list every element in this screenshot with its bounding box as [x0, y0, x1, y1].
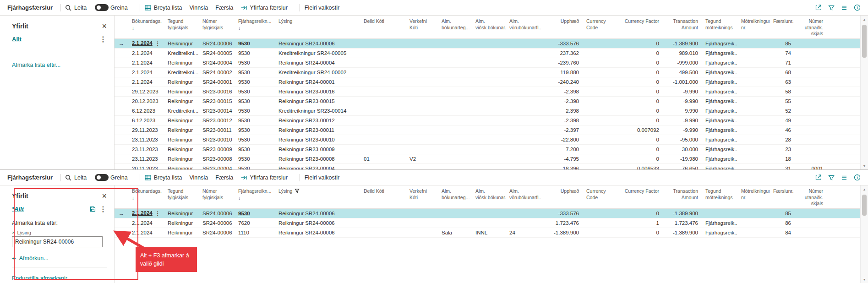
table-cell[interactable]: [472, 144, 506, 154]
table-cell[interactable]: 29.11.2023: [128, 125, 164, 135]
table-cell[interactable]: [360, 87, 406, 96]
table-cell[interactable]: [506, 96, 541, 106]
table-cell[interactable]: -22.800: [541, 135, 583, 144]
table-cell[interactable]: 9530: [235, 48, 275, 58]
table-cell[interactable]: [583, 38, 619, 48]
column-header[interactable]: Númer fylgiskjals: [199, 16, 235, 38]
table-cell[interactable]: [472, 115, 506, 125]
search-button[interactable]: Leita: [65, 5, 87, 11]
view-more-icon[interactable]: ⋮: [99, 35, 107, 44]
column-header[interactable]: Tegund fylgiskjals: [164, 185, 199, 208]
table-cell[interactable]: 24: [506, 228, 541, 237]
table-cell[interactable]: SR24-00006: [199, 38, 235, 48]
column-header[interactable]: Fjárhagsreikn...↓: [235, 185, 275, 208]
table-row[interactable]: 2.1.2024ReikningurSR24-000067620Reikning…: [115, 218, 860, 228]
table-cell[interactable]: [406, 87, 438, 96]
table-cell[interactable]: 46: [770, 125, 795, 135]
table-cell[interactable]: 9530: [235, 163, 275, 169]
table-cell[interactable]: [737, 228, 770, 237]
table-cell[interactable]: [506, 77, 541, 87]
table-cell[interactable]: 0: [619, 77, 663, 87]
remove-filter-icon[interactable]: ×: [12, 230, 15, 235]
table-cell[interactable]: 1110: [235, 228, 275, 237]
table-cell[interactable]: 0: [619, 58, 663, 67]
table-cell[interactable]: [795, 208, 827, 218]
table-row[interactable]: 2.1.2024ReikningurSR24-000049530Reikning…: [115, 58, 860, 67]
table-cell[interactable]: [360, 125, 406, 135]
search-button[interactable]: Leita: [65, 174, 87, 181]
table-cell[interactable]: 23.11.2023: [128, 135, 164, 144]
table-cell[interactable]: Sala: [438, 228, 472, 237]
table-cell[interactable]: [360, 48, 406, 58]
table-cell[interactable]: 2.1.2024: [128, 48, 164, 58]
table-cell[interactable]: SR24-00006: [199, 208, 235, 218]
table-cell[interactable]: [360, 115, 406, 125]
table-cell[interactable]: 58: [770, 87, 795, 96]
table-cell[interactable]: SR23-00010: [199, 135, 235, 144]
table-cell[interactable]: [406, 144, 438, 154]
table-cell[interactable]: Reikningur: [164, 96, 199, 106]
table-cell[interactable]: -95.000: [663, 135, 702, 144]
table-cell[interactable]: [406, 228, 438, 237]
table-cell[interactable]: Reikningur: [164, 154, 199, 163]
table-cell[interactable]: Fjárhagsreik...: [702, 96, 737, 106]
analyze-toggle[interactable]: [95, 4, 109, 11]
column-header[interactable]: Tegund fylgiskjals: [164, 16, 199, 38]
table-cell[interactable]: [406, 115, 438, 125]
table-cell[interactable]: [506, 135, 541, 144]
table-cell[interactable]: Fjárhagsreik...: [702, 38, 737, 48]
table-cell[interactable]: 0: [619, 154, 663, 163]
analyze-toggle[interactable]: [95, 174, 109, 181]
table-cell[interactable]: [795, 106, 827, 115]
filter-value-input[interactable]: [12, 236, 103, 247]
table-cell[interactable]: [795, 228, 827, 237]
table-cell[interactable]: SR23-00011: [199, 125, 235, 135]
table-cell[interactable]: [472, 218, 506, 228]
table-cell[interactable]: [795, 87, 827, 96]
table-cell[interactable]: [583, 135, 619, 144]
table-cell[interactable]: [472, 135, 506, 144]
table-cell[interactable]: [795, 218, 827, 228]
table-cell[interactable]: -999.000: [663, 58, 702, 67]
table-cell[interactable]: [360, 228, 406, 237]
scrollbar-thumb[interactable]: [862, 195, 867, 216]
table-cell[interactable]: -7.200: [541, 144, 583, 154]
review-entries-button[interactable]: Yfirfara færslur: [240, 5, 288, 11]
table-cell[interactable]: Kreditreikningur SR23-00014: [275, 106, 360, 115]
filter-icon[interactable]: [828, 5, 835, 11]
table-cell[interactable]: -2.398: [541, 96, 583, 106]
table-cell[interactable]: [583, 154, 619, 163]
table-cell[interactable]: [795, 58, 827, 67]
table-cell[interactable]: [583, 125, 619, 135]
table-cell[interactable]: -19.980: [663, 154, 702, 163]
table-cell[interactable]: Reikningur: [164, 58, 199, 67]
table-cell[interactable]: 7620: [235, 218, 275, 228]
column-header[interactable]: Lýsing: [275, 16, 360, 38]
vertical-scrollbar[interactable]: ▲ ▼: [860, 16, 868, 169]
scroll-up-icon[interactable]: ▲: [861, 16, 868, 23]
table-cell[interactable]: Reikningur: [164, 77, 199, 87]
table-cell[interactable]: 49: [770, 115, 795, 125]
table-cell[interactable]: [472, 77, 506, 87]
table-cell[interactable]: [795, 115, 827, 125]
table-cell[interactable]: [795, 144, 827, 154]
table-cell[interactable]: [506, 58, 541, 67]
filter-icon[interactable]: [828, 174, 835, 181]
table-cell[interactable]: [406, 58, 438, 67]
column-header[interactable]: Bókunardags.↓: [128, 16, 164, 38]
edit-list-button[interactable]: Breyta lista: [145, 5, 182, 11]
table-cell[interactable]: -4.795: [541, 154, 583, 163]
table-cell[interactable]: 23.11.2023: [128, 154, 164, 163]
table-cell[interactable]: [583, 106, 619, 115]
table-cell[interactable]: [360, 218, 406, 228]
table-cell[interactable]: 71: [770, 58, 795, 67]
table-row[interactable]: 29.11.2023ReikningurSR23-000119530Reikni…: [115, 125, 860, 135]
table-cell[interactable]: [406, 77, 438, 87]
vertical-scrollbar[interactable]: ▲ ▼: [860, 185, 868, 283]
table-cell[interactable]: [438, 208, 472, 218]
column-header[interactable]: Transaction Amount: [663, 16, 702, 38]
table-cell[interactable]: Kreditreikningur SR24-00002: [275, 67, 360, 77]
column-header[interactable]: Currency Code: [583, 16, 619, 38]
table-cell[interactable]: 55: [770, 96, 795, 106]
table-row[interactable]: 2.1.2024ReikningurSR24-000019530Reikning…: [115, 77, 860, 87]
